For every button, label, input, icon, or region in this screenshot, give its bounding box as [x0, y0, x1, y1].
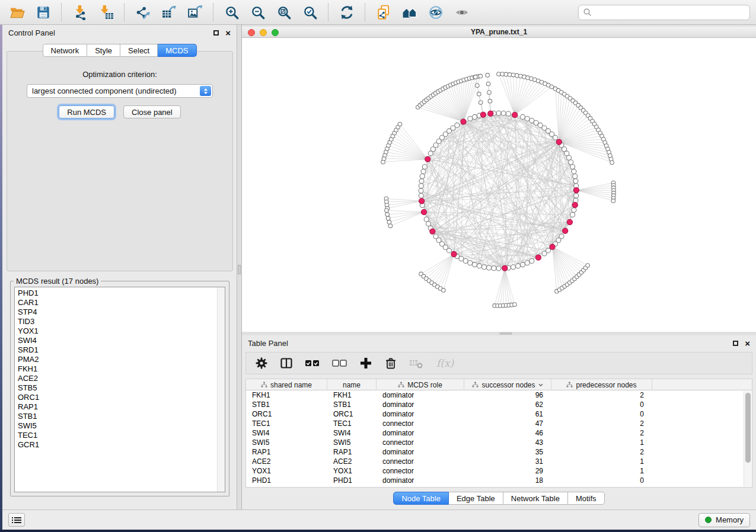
mcds-result-item[interactable]: STB1 — [18, 412, 217, 421]
network-node[interactable] — [492, 266, 496, 271]
leaf-node[interactable] — [486, 73, 490, 78]
leaf-node[interactable] — [479, 74, 483, 78]
leaf-node[interactable] — [497, 72, 501, 76]
close-panel-icon[interactable]: × — [225, 28, 231, 37]
leaf-node[interactable] — [550, 85, 554, 89]
mcds-result-item[interactable]: STB5 — [18, 383, 217, 393]
leaf-node[interactable] — [388, 224, 393, 228]
network-node[interactable] — [553, 135, 558, 140]
network-canvas[interactable] — [242, 38, 756, 332]
network-node[interactable] — [525, 116, 529, 121]
splitter-grip[interactable] — [238, 265, 241, 274]
column-header-name[interactable]: name — [327, 379, 377, 390]
network-node[interactable] — [426, 222, 431, 226]
network-node[interactable] — [529, 259, 534, 264]
network-node[interactable] — [419, 188, 423, 193]
network-node[interactable] — [419, 179, 424, 184]
column-header-predecessor-nodes[interactable]: predecessor nodes — [551, 379, 652, 390]
run-mcds-button[interactable]: Run MCDS — [59, 105, 114, 118]
delete-columns-button[interactable] — [384, 357, 397, 370]
mcds-hub-node[interactable] — [502, 265, 508, 271]
add-column-button[interactable] — [359, 357, 372, 370]
mcds-hub-node[interactable] — [563, 228, 568, 233]
table-row[interactable]: SWI5SWI5connector431 — [246, 438, 752, 447]
mcds-result-item[interactable]: PHD1 — [18, 289, 217, 298]
network-node[interactable] — [496, 111, 501, 116]
network-node[interactable] — [419, 193, 423, 198]
export-table-button[interactable] — [158, 3, 180, 22]
splitter-grip[interactable] — [499, 332, 512, 335]
close-panel-icon[interactable]: × — [745, 339, 750, 348]
table-row[interactable]: ORC1ORC1dominator610 — [246, 409, 752, 419]
tab-motifs[interactable]: Motifs — [568, 492, 605, 505]
network-node[interactable] — [573, 179, 578, 184]
zoom-in-button[interactable] — [221, 3, 243, 22]
optimization-criterion-select[interactable]: largest connected component (undirected) — [27, 84, 213, 98]
network-node[interactable] — [463, 259, 468, 264]
network-node[interactable] — [572, 208, 576, 213]
leaf-node[interactable] — [611, 199, 615, 203]
mcds-hub-node[interactable] — [535, 255, 541, 260]
network-node[interactable] — [521, 262, 525, 267]
mcds-hub-node[interactable] — [430, 229, 435, 234]
network-node[interactable] — [570, 165, 575, 169]
memory-button[interactable]: Memory — [698, 513, 750, 527]
mcds-result-item[interactable]: SRD1 — [18, 345, 217, 355]
apply-layout-button[interactable] — [336, 3, 358, 22]
mcds-result-item[interactable]: SWI4 — [18, 336, 217, 345]
export-image-button[interactable] — [184, 3, 206, 22]
table-settings-button[interactable] — [255, 357, 268, 370]
leaf-node[interactable] — [386, 216, 390, 220]
save-session-button[interactable] — [32, 3, 54, 22]
network-node[interactable] — [542, 251, 547, 256]
network-node[interactable] — [421, 169, 426, 174]
open-file-button[interactable] — [6, 3, 28, 22]
tab-node-table[interactable]: Node Table — [393, 492, 449, 505]
unselect-all-columns-button[interactable] — [332, 358, 347, 368]
network-node[interactable] — [564, 151, 569, 156]
table-row[interactable]: SWI4SWI4dominator462 — [246, 428, 752, 438]
network-node[interactable] — [482, 265, 487, 270]
tab-network[interactable]: Network — [42, 44, 87, 57]
mcds-result-item[interactable]: SWI5 — [18, 421, 217, 431]
window-zoom-light[interactable] — [272, 29, 279, 36]
mcds-hub-node[interactable] — [419, 198, 425, 204]
network-node[interactable] — [433, 234, 438, 239]
network-node[interactable] — [511, 265, 516, 270]
select-all-columns-button[interactable] — [305, 358, 320, 368]
leaf-node[interactable] — [476, 84, 480, 88]
table-row[interactable]: TEC1TEC1connector472 — [246, 419, 752, 428]
mcds-hub-node[interactable] — [567, 219, 572, 225]
close-panel-button[interactable]: Close panel — [123, 105, 181, 118]
network-node[interactable] — [419, 184, 423, 188]
leaf-node[interactable] — [442, 289, 446, 293]
leaf-node[interactable] — [500, 72, 505, 76]
tab-network-table[interactable]: Network Table — [503, 492, 568, 505]
network-node[interactable] — [487, 265, 492, 270]
table-row[interactable]: PHD1PHD1dominator180 — [246, 476, 752, 485]
table-row[interactable]: FKH1FKH1dominator962 — [246, 390, 752, 400]
column-header-successor-nodes[interactable]: successor nodes — [464, 379, 551, 390]
zoom-selected-button[interactable] — [299, 3, 321, 22]
mcds-hub-node[interactable] — [512, 112, 518, 117]
leaf-node[interactable] — [488, 99, 492, 103]
first-neighbors-button[interactable] — [398, 3, 420, 22]
scrollbar-thumb[interactable] — [745, 393, 751, 463]
tab-mcds[interactable]: MCDS — [158, 44, 196, 57]
clone-network-button[interactable] — [372, 3, 394, 22]
mcds-list-scrollbar[interactable] — [217, 287, 225, 492]
import-table-button[interactable] — [95, 3, 117, 22]
mcds-hub-node[interactable] — [421, 209, 426, 214]
network-node[interactable] — [422, 165, 427, 169]
network-node[interactable] — [525, 261, 529, 265]
network-node[interactable] — [529, 118, 534, 123]
network-node[interactable] — [477, 264, 481, 268]
leaf-node[interactable] — [586, 264, 590, 268]
export-network-button[interactable] — [132, 3, 154, 22]
tab-select[interactable]: Select — [120, 44, 158, 57]
mcds-result-item[interactable]: ORC1 — [18, 393, 217, 402]
column-header-shared-name[interactable]: shared name — [246, 379, 327, 390]
network-node[interactable] — [473, 262, 477, 267]
table-row[interactable]: STB1STB1dominator620 — [246, 400, 752, 409]
network-node[interactable] — [572, 169, 576, 174]
